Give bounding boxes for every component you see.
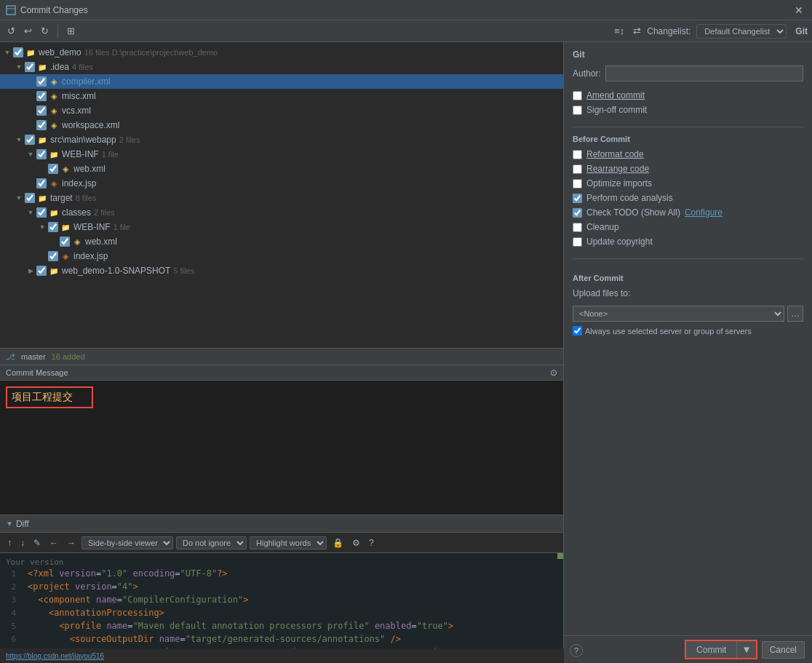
update-copyright-checkbox[interactable]	[573, 237, 582, 247]
tree-item-web-xml-2[interactable]: ◈ web.xml	[0, 234, 563, 249]
amend-commit-checkbox[interactable]	[573, 91, 582, 100]
url-text[interactable]: https://blog.csdn.net/jiayou516	[6, 652, 104, 660]
perform-code-analysis-checkbox[interactable]	[573, 194, 582, 203]
tree-item-compiler-xml[interactable]: ◈ compiler.xml	[0, 74, 563, 89]
tree-item-vcs-xml[interactable]: ◈ vcs.xml	[0, 103, 563, 118]
group-button[interactable]: ⊞	[64, 24, 78, 38]
author-input[interactable]	[605, 65, 803, 82]
tree-item-workspace-xml[interactable]: ◈ workspace.xml	[0, 118, 563, 132]
check-todo-checkbox[interactable]	[573, 208, 582, 218]
tree-item-index-jsp-1[interactable]: ◈ index.jsp	[0, 176, 563, 191]
tree-item-index-jsp-2[interactable]: ◈ index.jsp	[0, 249, 563, 263]
changelist-select[interactable]: Default Changelist	[696, 24, 787, 39]
tree-item-misc-xml[interactable]: ◈ misc.xml	[0, 89, 563, 103]
tree-checkbox-web-xml-2[interactable]	[60, 237, 70, 247]
tree-item-classes[interactable]: ▼ 📁 classes 2 files	[0, 205, 563, 220]
refresh-button[interactable]: ↺	[4, 24, 18, 38]
diff-up-button[interactable]: ↑	[4, 536, 15, 549]
commit-message-input[interactable]: 项目工程提交	[6, 386, 93, 408]
reformat-code-label[interactable]: Reformat code	[586, 149, 644, 159]
sign-off-checkbox[interactable]	[573, 106, 582, 115]
tree-checkbox-index-jsp-2[interactable]	[48, 251, 58, 261]
tree-meta: 2 files	[119, 135, 140, 144]
expand-arrow[interactable]: ▼	[3, 49, 12, 56]
tree-checkbox-target[interactable]	[25, 193, 35, 203]
expand-arrow[interactable]: ▼	[26, 151, 35, 158]
rearrange-code-checkbox[interactable]	[573, 164, 582, 174]
diff-next-button[interactable]: →	[64, 536, 79, 549]
tree-item-web-xml-1[interactable]: ◈ web.xml	[0, 162, 563, 176]
tree-checkbox-webinf-2[interactable]	[48, 222, 58, 232]
diff-line-1: 1 <?xml version="1.0" encoding="UTF-8"?>	[0, 568, 563, 581]
update-copyright-label[interactable]: Update copyright	[586, 237, 653, 247]
expand-arrow[interactable]: ▶	[26, 267, 35, 274]
tree-checkbox-vcs-xml[interactable]	[36, 106, 47, 116]
tree-item-webinf-1[interactable]: ▼ 📁 WEB-INF 1 file	[0, 147, 563, 162]
diff-collapse-arrow[interactable]: ▼	[6, 520, 13, 528]
reformat-code-checkbox[interactable]	[573, 150, 582, 159]
sort-button[interactable]: ≡↕	[611, 24, 627, 38]
tree-item-target[interactable]: ▼ 📁 target 8 files	[0, 191, 563, 205]
main-layout: ▼ 📁 web_demo 16 files D:\practice\projec…	[0, 42, 812, 663]
tree-checkbox-src[interactable]	[25, 135, 35, 145]
always-use-checkbox[interactable]	[573, 326, 582, 336]
optimize-imports-checkbox[interactable]	[573, 179, 582, 188]
tree-checkbox-workspace-xml[interactable]	[36, 120, 47, 130]
tree-item-src[interactable]: ▼ 📁 src\main\webapp 2 files	[0, 132, 563, 147]
tree-checkbox-index-jsp-1[interactable]	[36, 178, 47, 188]
tree-checkbox-snapshot[interactable]	[36, 266, 47, 276]
help-button[interactable]: ?	[570, 644, 583, 657]
tree-checkbox-webinf-1[interactable]	[36, 149, 47, 159]
tree-checkbox-web_demo[interactable]	[13, 47, 23, 57]
expand-arrow[interactable]: ▼	[15, 194, 23, 202]
diff-help-button[interactable]: ?	[366, 536, 377, 549]
tree-checkbox-classes[interactable]	[36, 207, 47, 218]
close-button[interactable]: ✕	[792, 4, 806, 16]
tree-checkbox-misc-xml[interactable]	[36, 91, 47, 101]
diff-edit-button[interactable]: ✎	[31, 536, 44, 549]
cancel-button[interactable]: Cancel	[762, 641, 805, 659]
expand-arrow[interactable]: ▼	[15, 63, 23, 71]
scrollbar[interactable]	[557, 553, 563, 663]
tree-checkbox-idea[interactable]	[25, 62, 35, 72]
expand-arrow[interactable]: ▼	[15, 136, 23, 143]
upload-server-select[interactable]: <None>	[573, 306, 784, 322]
commit-button[interactable]: Commit	[686, 641, 736, 658]
expand-arrow[interactable]: ▼	[26, 209, 35, 216]
rearrange-code-label[interactable]: Rearrange code	[586, 164, 649, 174]
diff-ignore-select[interactable]: Do not ignore	[176, 536, 247, 549]
tree-checkbox-web-xml-1[interactable]	[48, 164, 58, 174]
commit-msg-icon[interactable]: ⊙	[550, 368, 557, 378]
tree-checkbox-compiler-xml[interactable]	[36, 76, 47, 87]
perform-code-analysis-label[interactable]: Perform code analysis	[586, 193, 673, 203]
diff-prev-button[interactable]: ←	[47, 536, 61, 549]
diff-settings-button[interactable]: ⚙	[349, 536, 363, 549]
cleanup-checkbox[interactable]	[573, 223, 582, 232]
redo-button[interactable]: ↻	[38, 24, 52, 38]
diff-viewer-select[interactable]: Side-by-side viewer	[81, 536, 173, 549]
line-num: 2	[0, 582, 22, 592]
tree-item-idea[interactable]: ▼ 📁 .idea 4 files	[0, 60, 563, 74]
tree-item-webinf-2[interactable]: ▼ 📁 WEB-INF 1 file	[0, 220, 563, 234]
expand-arrow[interactable]: ▼	[38, 223, 47, 231]
tree-item-web_demo[interactable]: ▼ 📁 web_demo 16 files D:\practice\projec…	[0, 45, 563, 60]
diff-down-button[interactable]: ↓	[17, 536, 28, 549]
configure-link[interactable]: Configure	[685, 207, 723, 218]
check-todo-label[interactable]: Check TODO (Show All)	[586, 207, 680, 218]
cleanup-label[interactable]: Cleanup	[586, 222, 619, 232]
always-use-label[interactable]: Always use selected server or group of s…	[585, 327, 752, 336]
commit-msg-body[interactable]: 项目工程提交	[0, 381, 563, 515]
sign-off-label[interactable]: Sign-off commit	[586, 105, 647, 115]
diff-lock-button[interactable]: 🔒	[330, 536, 346, 549]
filter-button[interactable]: ⇄	[630, 24, 644, 38]
amend-commit-label[interactable]: Amend commit	[586, 90, 645, 100]
undo-button[interactable]: ↩	[21, 24, 35, 38]
diff-highlight-select[interactable]: Highlight words	[250, 536, 327, 549]
commit-dropdown-button[interactable]: ▼	[736, 641, 755, 658]
optimize-imports-label[interactable]: Optimize imports	[586, 178, 652, 188]
upload-more-button[interactable]: …	[787, 306, 803, 322]
after-commit-title: After Commit	[573, 274, 803, 282]
tree-item-snapshot[interactable]: ▶ 📁 web_demo-1.0-SNAPSHOT 5 files	[0, 263, 563, 278]
diff-header[interactable]: ▼ Diff	[0, 515, 563, 533]
commit-message-section: Commit Message ⊙ 项目工程提交	[0, 365, 563, 515]
